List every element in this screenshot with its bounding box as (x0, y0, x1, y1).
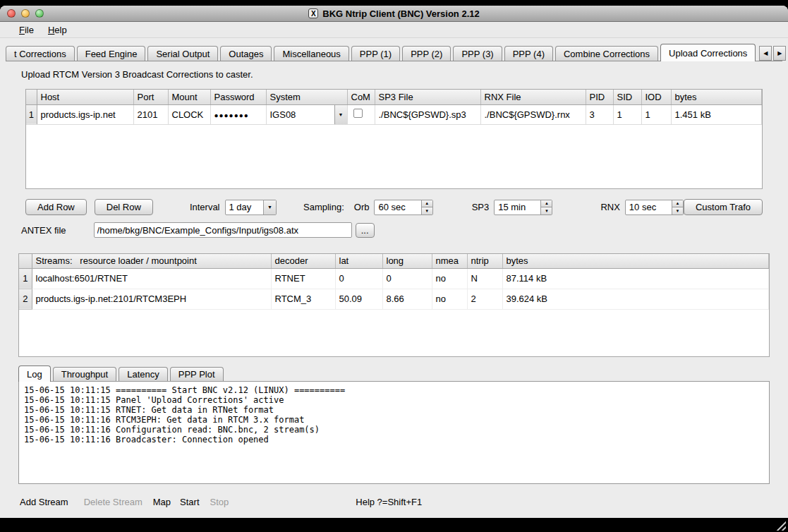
spin-up-icon[interactable]: ▲ (541, 200, 552, 207)
custom-trafo-button[interactable]: Custom Trafo (684, 199, 763, 215)
tab-ppp-1[interactable]: PPP (1) (351, 46, 400, 61)
minimize-button[interactable] (21, 9, 30, 18)
log-view: 15-06-15 10:11:15 ========== Start BNC v… (18, 381, 770, 484)
decoder-cell: RTCM_3 (271, 289, 335, 309)
menu-help[interactable]: Help (48, 25, 67, 35)
tab-upload-corrections[interactable]: Upload Corrections (660, 44, 756, 61)
sp3-spinner: ▲ ▼ (540, 200, 552, 214)
corner-header-cell (19, 254, 32, 268)
tab-ppp-plot[interactable]: PPP Plot (170, 367, 224, 381)
traffic-lights (7, 9, 44, 18)
password-cell[interactable]: ●●●●●●● (210, 104, 266, 124)
col-header-sid: SID (613, 90, 641, 104)
tab-scroll-right-button[interactable]: ▶ (773, 46, 786, 61)
col-header-mountpoint: Streams: resource loader / mountpoint (32, 254, 271, 268)
upload-controls: Add Row Del Row Interval 1 day ▼ Samplin… (25, 199, 763, 215)
menu-file[interactable]: File (19, 25, 34, 35)
col-header-password: Password (210, 90, 266, 104)
ntrip-cell: N (467, 268, 502, 289)
sp3-spinbox[interactable]: 15 min ▲ ▼ (494, 200, 552, 215)
tab-ppp-2[interactable]: PPP (2) (402, 46, 451, 61)
streams-header-row: Streams: resource loader / mountpoint de… (19, 254, 769, 268)
rnx-label: RNX (600, 202, 619, 212)
orb-spinbox[interactable]: 60 sec ▲ ▼ (374, 200, 432, 215)
iod-cell[interactable]: 1 (641, 104, 671, 124)
tab-broadcast-corrections[interactable]: t Corrections (6, 46, 75, 61)
mount-cell[interactable]: CLOCK (168, 104, 210, 124)
resize-grip[interactable] (775, 519, 786, 531)
port-cell[interactable]: 2101 (133, 104, 168, 124)
zoom-button[interactable] (35, 9, 44, 18)
rnx-spinner: ▲ ▼ (672, 200, 683, 214)
close-button[interactable] (7, 9, 16, 18)
col-header-bytes: bytes (671, 90, 762, 104)
tab-throughput[interactable]: Throughput (53, 367, 117, 381)
sp3-file-cell[interactable]: ./BNC${GPSWD}.sp3 (375, 104, 480, 124)
stream-row[interactable]: 2 products.igs-ip.net:2101/RTCM3EPH RTCM… (19, 289, 769, 309)
start-button[interactable]: Start (180, 497, 199, 507)
spin-up-icon[interactable]: ▲ (672, 200, 683, 207)
interval-combobox[interactable]: 1 day ▼ (225, 200, 277, 215)
sampling-label: Sampling: (303, 202, 344, 212)
tab-scroll-left-button[interactable]: ◀ (759, 46, 772, 61)
panel-description: Upload RTCM Version 3 Broadcast Correcti… (21, 69, 788, 80)
map-button[interactable]: Map (153, 497, 171, 507)
tab-combine-corrections[interactable]: Combine Corrections (555, 46, 658, 61)
tab-outages[interactable]: Outages (220, 46, 272, 61)
log-line: 15-06-15 10:11:16 RTCM3EPH: Get data in … (24, 415, 764, 425)
upload-corrections-table: Host Port Mount Password System CoM SP3 … (25, 89, 763, 189)
antex-file-input[interactable] (94, 222, 352, 238)
long-cell: 8.66 (382, 289, 432, 309)
col-header-long: long (382, 254, 432, 268)
log-line: 15-06-15 10:11:15 Panel 'Upload Correcti… (24, 395, 764, 405)
pid-cell[interactable]: 3 (586, 104, 613, 124)
mountpoint-cell: localhost:6501/RTNET (32, 268, 271, 289)
chevron-down-icon: ▼ (339, 112, 344, 117)
spin-down-icon[interactable]: ▼ (672, 207, 683, 214)
app-window: X BKG Ntrip Client (BNC) Version 2.12 Fi… (0, 6, 788, 518)
stream-row[interactable]: 1 localhost:6501/RTNET RTNET 0 0 no N 87… (19, 268, 769, 289)
spin-down-icon[interactable]: ▼ (541, 207, 552, 214)
bottom-tabbar: Log Throughput Latency PPP Plot (18, 365, 770, 381)
tab-ppp-4[interactable]: PPP (4) (504, 46, 553, 61)
sp3-label: SP3 (472, 202, 490, 212)
add-stream-button[interactable]: Add Stream (20, 497, 68, 507)
tab-ppp-3[interactable]: PPP (3) (453, 46, 502, 61)
system-combo-button: ▼ (334, 105, 347, 124)
bytes-cell: 1.451 kB (671, 104, 762, 124)
delete-stream-button: Delete Stream (84, 497, 143, 507)
antex-label: ANTEX file (21, 225, 66, 236)
spin-down-icon[interactable]: ▼ (422, 207, 432, 214)
col-header-host: Host (37, 90, 133, 104)
tab-miscellaneous[interactable]: Miscellaneous (274, 46, 348, 61)
host-cell[interactable]: products.igs-ip.net (37, 104, 133, 124)
add-row-button[interactable]: Add Row (25, 199, 87, 215)
antex-browse-button[interactable]: ... (356, 223, 375, 238)
x11-app-icon: X (308, 8, 318, 18)
sid-cell[interactable]: 1 (613, 104, 641, 124)
help-button[interactable]: Help ?=Shift+F1 (356, 497, 422, 507)
del-row-button[interactable]: Del Row (95, 199, 153, 215)
tab-feed-engine[interactable]: Feed Engine (77, 46, 146, 61)
tab-serial-output[interactable]: Serial Output (147, 46, 218, 61)
spin-up-icon[interactable]: ▲ (422, 200, 432, 207)
arrow-right-icon: ▶ (777, 51, 782, 56)
stop-button: Stop (210, 497, 229, 507)
sp3-value: 15 min (495, 200, 540, 214)
com-checkbox[interactable] (353, 109, 363, 118)
menubar: File Help (0, 22, 788, 38)
window-title: BKG Ntrip Client (BNC) Version 2.12 (322, 8, 479, 19)
log-line: 15-06-15 10:11:16 Configuration read: BN… (24, 425, 764, 435)
interval-value: 1 day (226, 200, 263, 214)
rnx-spinbox[interactable]: 10 sec ▲ ▼ (625, 200, 684, 215)
col-header-port: Port (133, 90, 168, 104)
system-combobox[interactable]: IGS08 ▼ (267, 105, 347, 124)
lat-cell: 0 (335, 268, 382, 289)
tab-log[interactable]: Log (18, 365, 51, 382)
rnx-file-cell[interactable]: ./BNC${GPSWD}.rnx (480, 104, 586, 124)
row-number: 1 (26, 104, 37, 124)
tab-scroll-arrows: ◀ ▶ (758, 46, 786, 61)
tab-latency[interactable]: Latency (119, 367, 168, 381)
nmea-cell: no (432, 289, 467, 309)
interval-combo-button: ▼ (263, 200, 276, 214)
